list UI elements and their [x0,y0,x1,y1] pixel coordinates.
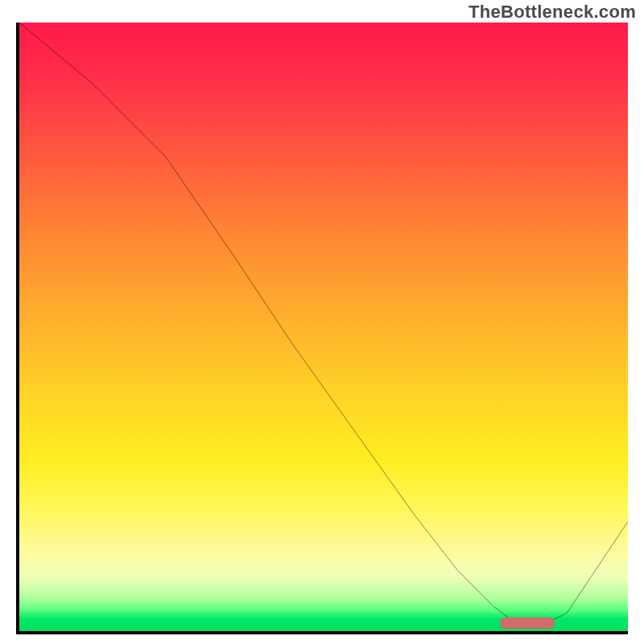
curve-line [19,23,628,625]
bottleneck-curve [19,23,628,631]
watermark-text: TheBottleneck.com [469,2,636,23]
chart-plot-area [16,23,628,634]
optimum-marker [500,617,555,629]
